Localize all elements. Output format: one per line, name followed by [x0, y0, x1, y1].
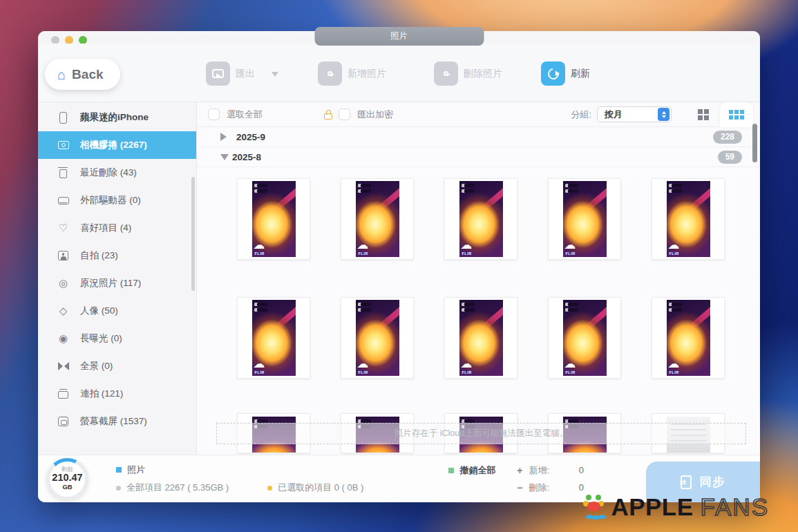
view-toggle-small-grid[interactable] [720, 102, 753, 127]
content-scrollbar[interactable] [752, 124, 757, 162]
burst-icon [57, 388, 70, 401]
applefans-logo-icon [582, 495, 607, 520]
all-items-legend-marker [116, 486, 121, 491]
photo-thumbnail[interactable]: ☁FLIR [237, 178, 310, 260]
sidebar-item-live-photos[interactable]: ◎ 原況照片 (117) [38, 269, 196, 297]
icloud-icon: ☁ [254, 358, 265, 370]
view-toggle-large-grid[interactable] [687, 102, 720, 127]
export-button[interactable]: 匯出 [206, 61, 278, 86]
iphone-icon [57, 111, 70, 124]
photo-thumbnail[interactable]: ☁FLIR [237, 297, 310, 379]
flir-watermark: FLIR [462, 370, 472, 374]
export-encrypted-checkbox[interactable] [339, 108, 350, 120]
icloud-icon: ☁ [668, 358, 680, 370]
photo-thumbnail[interactable]: ☁FLIR [444, 297, 517, 379]
panorama-icon [57, 360, 70, 373]
sidebar-item-camera-roll[interactable]: 相機膠捲 (2267) [38, 131, 196, 159]
photo-thumbnail[interactable]: ☁FLIR [548, 297, 621, 379]
icloud-icon: ☁ [254, 239, 265, 251]
group-count-badge: 59 [718, 151, 742, 164]
icloud-icon: ☁ [357, 239, 369, 251]
screenshot-icon [57, 415, 70, 428]
add-photos-button[interactable]: 新增照片 [318, 61, 386, 86]
sidebar-item-screenshots[interactable]: 螢幕截屏 (1537) [38, 408, 196, 435]
filter-bar: 選取全部 匯出加密 分組: 按月 [197, 102, 760, 127]
small-grid-icon [729, 110, 744, 120]
photo-thumbnail[interactable]: ☁FLIR [652, 178, 725, 260]
flir-watermark: FLIR [462, 251, 472, 256]
flir-watermark: FLIR [669, 370, 679, 374]
flir-watermark: FLIR [359, 370, 368, 374]
storage-gauge: 剩餘 210.47 GB [46, 458, 88, 500]
undo-all-button[interactable]: 撤銷全部 [448, 464, 495, 477]
sidebar-item-device[interactable]: 蘋果迷的iPhone [38, 104, 196, 131]
icloud-icon: ☁ [564, 239, 576, 251]
flir-watermark: FLIR [255, 370, 265, 374]
group-row-2025-8[interactable]: 2025-8 59 [197, 147, 760, 167]
delete-photos-button[interactable]: 刪除照片 [434, 61, 502, 86]
export-icon [206, 61, 230, 86]
long-exposure-icon: ◉ [57, 332, 70, 345]
sidebar-scrollbar[interactable] [191, 177, 195, 291]
deleted-count: 0 [555, 482, 584, 493]
icloud-icon: ☁ [564, 358, 576, 370]
main-panel: 選取全部 匯出加密 分組: 按月 2025-9 [197, 102, 760, 455]
sidebar-item-selfies[interactable]: 自拍 (23) [38, 242, 196, 269]
selfie-icon [57, 249, 70, 263]
refresh-button[interactable]: 刷新 [541, 61, 590, 86]
photo-row: ☁FLIR ☁FLIR ☁FLIR ☁FLIR ☁FLIR [197, 297, 760, 379]
trash-icon [57, 167, 70, 180]
photo-thumbnail[interactable]: ☁FLIR [341, 297, 414, 379]
photo-thumbnail[interactable]: ☁FLIR [652, 297, 725, 379]
group-by-select[interactable]: 按月 [597, 106, 672, 122]
lock-icon [323, 109, 333, 120]
icloud-icon: ☁ [357, 358, 369, 370]
sidebar-item-favorites[interactable]: ♡ 喜好項目 (4) [38, 214, 196, 242]
toolbar: ⌂ Back 匯出 新增照片 刪除照片 刷新 [38, 44, 760, 102]
added-count: 0 [555, 465, 584, 475]
select-stepper-icon [658, 108, 669, 121]
app-window: 照片 ⌂ Back 匯出 新增照片 刪除照片 刷新 [38, 31, 760, 502]
sidebar: 蘋果迷的iPhone 相機膠捲 (2267) 最近刪除 (43) 外部驅動器 (… [38, 102, 197, 455]
portrait-icon: ◇ [57, 305, 70, 318]
sidebar-item-recently-deleted[interactable]: 最近刪除 (43) [38, 159, 196, 187]
sidebar-item-long-exposure[interactable]: ◉ 長曝光 (0) [38, 325, 196, 352]
sidebar-item-portraits[interactable]: ◇ 人像 (50) [38, 297, 196, 325]
group-count-badge: 228 [713, 131, 742, 144]
photo-row: ☁FLIR ☁FLIR ☁FLIR ☁FLIR ☁FLIR [197, 178, 760, 260]
flir-watermark: FLIR [255, 251, 265, 256]
undo-legend-marker [448, 468, 454, 473]
heart-icon: ♡ [57, 222, 70, 235]
back-button[interactable]: ⌂ Back [45, 59, 120, 90]
sidebar-item-panorama[interactable]: 全景 (0) [38, 352, 196, 380]
icloud-hint-overlay: 照片存在于 iCloud上面可能無法匯出至電腦。 [216, 423, 746, 444]
sidebar-item-bursts[interactable]: 連拍 (121) [38, 380, 196, 408]
flir-watermark: FLIR [359, 251, 368, 256]
change-counters: + 新增: 0 − 刪除: 0 [516, 464, 584, 494]
drive-icon [57, 194, 70, 207]
icloud-icon: ☁ [461, 358, 473, 370]
chevron-right-icon[interactable] [220, 133, 231, 141]
icloud-icon: ☁ [668, 239, 680, 251]
icloud-icon: ☁ [461, 239, 473, 251]
photos-legend-marker [116, 467, 122, 473]
sync-device-icon [681, 475, 692, 489]
photo-thumbnail[interactable]: ☁FLIR [548, 178, 621, 260]
photo-thumbnail[interactable]: ☁FLIR [444, 178, 517, 260]
select-all-checkbox[interactable] [208, 108, 220, 120]
flir-watermark: FLIR [566, 251, 576, 256]
large-grid-icon [698, 109, 709, 120]
storage-legend: 照片 全部項目 2267 ( 5.35GB ) 已選取的項目 0 ( 0B ) [116, 464, 363, 494]
group-row-2025-9[interactable]: 2025-9 228 [197, 127, 760, 147]
sidebar-item-external-drive[interactable]: 外部驅動器 (0) [38, 187, 196, 214]
flir-watermark: FLIR [669, 251, 679, 256]
add-photos-icon [318, 61, 342, 86]
camera-icon [57, 139, 70, 152]
photo-thumbnail[interactable]: ☁FLIR [341, 178, 414, 260]
flir-watermark: FLIR [566, 370, 576, 374]
live-photo-icon: ◎ [57, 277, 70, 290]
group-by-label: 分組: [571, 108, 591, 121]
export-dropdown-caret[interactable] [272, 72, 278, 80]
chevron-down-icon[interactable] [220, 154, 229, 164]
selected-items-legend-marker [267, 486, 272, 491]
